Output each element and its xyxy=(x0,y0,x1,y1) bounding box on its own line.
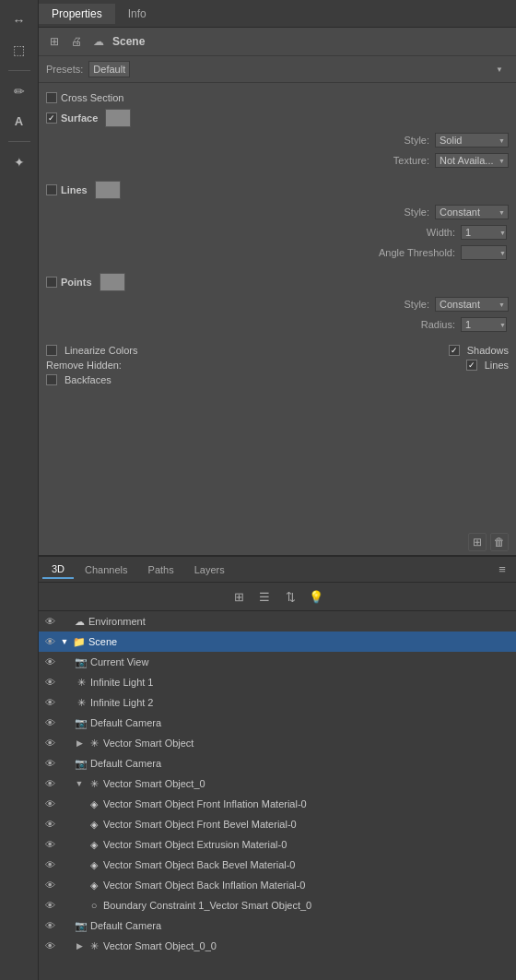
layer-item[interactable]: 👁 ◈ Vector Smart Object Front Inflation … xyxy=(39,794,516,814)
cross-section-row: Cross Section xyxy=(46,90,509,105)
layer-vis-icon[interactable]: 👁 xyxy=(42,776,57,791)
layer-item[interactable]: 👁 ◈ Vector Smart Object Extrusion Materi… xyxy=(39,834,516,855)
layer-item[interactable]: 👁 ▼ 📁 Scene xyxy=(39,632,516,652)
lines-style-label: Style: xyxy=(46,207,429,218)
shadows-checkbox[interactable] xyxy=(449,345,460,356)
layer-item[interactable]: 👁 ✳ Infinite Light 2 xyxy=(39,692,516,713)
layer-item[interactable]: 👁 ▶ ✳ Vector Smart Object_0_0 xyxy=(39,936,516,956)
layer-vis-icon[interactable]: 👁 xyxy=(42,817,57,832)
tab-3d[interactable]: 3D xyxy=(42,561,74,579)
surface-texture-select-wrapper: Not Availa... xyxy=(435,153,509,168)
backfaces-checkbox[interactable] xyxy=(46,374,57,385)
lines-opt-checkbox[interactable] xyxy=(466,360,477,371)
layer-type-icon: ◈ xyxy=(87,797,101,811)
surface-checkbox[interactable] xyxy=(46,112,57,124)
lines-header: Lines xyxy=(46,181,509,199)
layer-vis-icon[interactable]: 👁 xyxy=(42,857,57,872)
layer-item[interactable]: 👁 ✳ Infinite Light 1 xyxy=(39,672,516,692)
surface-style-select-wrapper: Solid xyxy=(435,133,509,148)
layer-expand-icon[interactable]: ▶ xyxy=(74,940,85,951)
toolbar-brush-icon[interactable]: ✏ xyxy=(6,78,32,104)
layer-name: Default Camera xyxy=(90,717,512,728)
points-style-select[interactable]: Constant xyxy=(435,297,509,312)
layer-vis-icon[interactable]: 👁 xyxy=(42,837,57,852)
props-icon-grid[interactable]: ⊞ xyxy=(46,33,63,50)
toolbar-move-icon[interactable]: ↔ xyxy=(6,7,32,33)
layer-type-icon: 📷 xyxy=(74,655,88,669)
top-panel: ⊞ 🖨 ☁ Scene Presets: Default Cross Secti… xyxy=(39,28,516,556)
linearize-checkbox[interactable] xyxy=(46,345,57,356)
layer-item[interactable]: 👁 ◈ Vector Smart Object Back Bevel Mater… xyxy=(39,855,516,875)
cross-section-checkbox[interactable] xyxy=(46,92,57,103)
toolbar-select-icon[interactable]: ⬚ xyxy=(6,37,32,63)
layer-vis-icon[interactable]: 👁 xyxy=(42,675,57,690)
points-radius-input[interactable] xyxy=(461,317,507,332)
lines-style-select[interactable]: Constant xyxy=(435,205,509,219)
layer-vis-icon[interactable]: 👁 xyxy=(42,736,57,750)
layer-item[interactable]: 👁 📷 Default Camera xyxy=(39,915,516,936)
layer-vis-icon[interactable]: 👁 xyxy=(42,918,57,933)
lines-color-swatch[interactable] xyxy=(95,181,121,199)
layer-expand-icon xyxy=(59,616,70,627)
props-title: Scene xyxy=(112,35,145,48)
tab-channels[interactable]: Channels xyxy=(76,561,136,578)
delete-icon[interactable]: 🗑 xyxy=(490,533,509,551)
lines-angle-input[interactable] xyxy=(461,245,507,260)
bottom-panel-menu-icon[interactable]: ≡ xyxy=(492,560,512,580)
layer-item[interactable]: 👁 ◈ Vector Smart Object Back Inflation M… xyxy=(39,875,516,895)
surface-style-select[interactable]: Solid xyxy=(435,133,509,148)
layer-item[interactable]: 👁 📷 Default Camera xyxy=(39,713,516,733)
layer-vis-icon[interactable]: 👁 xyxy=(42,715,57,730)
layer-expand-icon[interactable]: ▶ xyxy=(74,738,85,749)
layer-name: Vector Smart Object xyxy=(103,738,512,749)
filter-sort-icon[interactable]: ⇅ xyxy=(280,586,300,607)
toolbar-text-icon[interactable]: A xyxy=(6,108,32,134)
layer-vis-icon[interactable]: 👁 xyxy=(42,634,57,649)
layer-vis-icon[interactable]: 👁 xyxy=(42,614,57,629)
filter-grid-icon[interactable]: ⊞ xyxy=(229,586,249,607)
toolbar-shape-icon[interactable]: ✦ xyxy=(6,149,32,175)
layer-item[interactable]: 👁 ◈ Vector Smart Object Front Bevel Mate… xyxy=(39,814,516,834)
layer-name: Vector Smart Object Back Bevel Material-… xyxy=(103,859,512,870)
layer-vis-icon[interactable]: 👁 xyxy=(42,939,57,953)
surface-header: Surface xyxy=(46,109,509,127)
add-icon[interactable]: ⊞ xyxy=(468,533,487,551)
surface-texture-select[interactable]: Not Availa... xyxy=(435,153,509,168)
surface-style-label: Style: xyxy=(46,135,429,146)
presets-label: Presets: xyxy=(46,64,83,75)
light-bulb-icon[interactable]: 💡 xyxy=(306,586,326,607)
layer-vis-icon[interactable]: 👁 xyxy=(42,695,57,710)
tab-properties[interactable]: Properties xyxy=(39,4,115,24)
layer-item[interactable]: 👁 ▼ ✳ Vector Smart Object_0 xyxy=(39,773,516,794)
layer-expand-icon[interactable]: ▼ xyxy=(59,636,70,647)
lines-checkbox[interactable] xyxy=(46,184,57,195)
layer-vis-icon[interactable]: 👁 xyxy=(42,756,57,771)
points-color-swatch[interactable] xyxy=(100,273,125,291)
layer-expand-icon[interactable]: ▼ xyxy=(74,778,85,789)
layer-item[interactable]: 👁 📷 Default Camera xyxy=(39,753,516,773)
layer-name: Default Camera xyxy=(90,920,512,931)
layer-name: Vector Smart Object_0 xyxy=(103,778,512,789)
props-icon-render[interactable]: 🖨 xyxy=(68,33,85,50)
layer-item[interactable]: 👁 ○ Boundary Constraint 1_Vector Smart O… xyxy=(39,895,516,915)
layer-type-icon: ◈ xyxy=(87,878,101,892)
layer-item[interactable]: 👁 📷 Current View xyxy=(39,652,516,672)
filter-list-icon[interactable]: ☰ xyxy=(254,586,275,607)
layer-vis-icon[interactable]: 👁 xyxy=(42,655,57,669)
layer-item[interactable]: 👁 ☁ Environment xyxy=(39,611,516,632)
layer-type-icon: ✳ xyxy=(87,736,101,750)
surface-color-swatch[interactable] xyxy=(105,109,131,127)
tab-layers[interactable]: Layers xyxy=(185,561,234,578)
props-content: Cross Section Surface Style: Solid xyxy=(39,83,516,529)
layer-item[interactable]: 👁 ▶ ✳ Vector Smart Object xyxy=(39,733,516,753)
props-icon-env[interactable]: ☁ xyxy=(90,33,107,50)
backfaces-label: Backfaces xyxy=(64,374,111,385)
points-checkbox[interactable] xyxy=(46,277,57,288)
layer-vis-icon[interactable]: 👁 xyxy=(42,797,57,811)
presets-select[interactable]: Default xyxy=(88,61,130,77)
layer-vis-icon[interactable]: 👁 xyxy=(42,878,57,892)
tab-paths[interactable]: Paths xyxy=(139,561,183,578)
tab-info[interactable]: Info xyxy=(115,4,159,24)
layer-vis-icon[interactable]: 👁 xyxy=(42,898,57,913)
lines-width-input[interactable] xyxy=(461,225,507,240)
